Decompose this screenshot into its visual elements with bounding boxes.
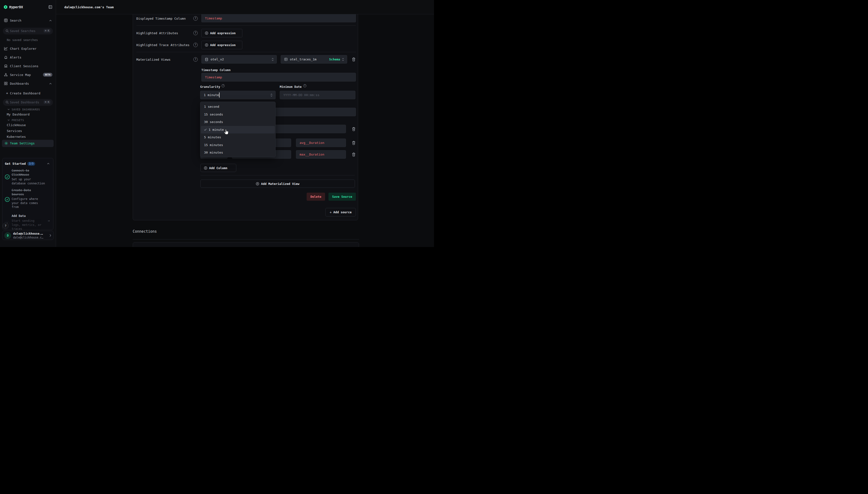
minimum-date-input[interactable]: YYYY-MM-DD HH:mm:ss	[280, 91, 355, 99]
chevron-up-icon[interactable]	[47, 163, 50, 165]
field-label: Highlighted Trace Attributes	[136, 43, 190, 47]
trash-icon[interactable]	[352, 152, 355, 157]
trash-icon[interactable]	[352, 127, 355, 131]
circle-plus-icon	[204, 167, 207, 170]
user-menu[interactable]: D dale@clickhouse.… dale@clickhouse.c…	[2, 231, 54, 240]
delete-button[interactable]: Delete	[307, 193, 325, 201]
option-label: 15 minutes	[204, 143, 223, 147]
schema-link[interactable]: Schema	[329, 57, 344, 61]
add-expression-button[interactable]: Add expression	[201, 41, 242, 49]
mv-view-select[interactable]: otel_v2	[201, 55, 277, 63]
option-label: 30 seconds	[204, 120, 223, 124]
add-column-button[interactable]: Add Column	[200, 164, 236, 172]
get-started-step-title[interactable]: Connect to ClickHouse	[12, 169, 37, 177]
input-value: Timestamp	[205, 17, 222, 20]
sidebar-item-my-dashboard[interactable]: My Dashboard	[7, 113, 30, 116]
sidebar-item-label: Chart Explorer	[10, 47, 37, 51]
trash-icon[interactable]	[352, 57, 355, 62]
add-source-button[interactable]: + Add source	[325, 208, 356, 216]
get-started-step-subtitle: Start sending logs, metrics, or traces	[12, 219, 43, 230]
shortcut-badge: ⌘ K	[44, 100, 51, 104]
divider	[136, 25, 356, 26]
mv-table-select[interactable]: otel_traces_1m Schema	[281, 55, 347, 63]
dropdown-option[interactable]: 30 seconds	[201, 118, 275, 126]
saved-searches-input[interactable]: Saved Searches ⌘ K	[3, 28, 53, 35]
sidebar-item-label: Client Sessions	[10, 64, 38, 68]
displayed-timestamp-input[interactable]: Timestamp	[201, 14, 356, 22]
field-label: Materialized Views	[136, 58, 171, 61]
sidebar-item-search[interactable]	[0, 17, 56, 24]
field-label: Minimum Date	[280, 85, 302, 89]
sidebar-item-alerts[interactable]	[0, 54, 56, 61]
chevron-up-icon	[49, 19, 52, 22]
help-icon[interactable]: ?	[303, 84, 306, 87]
sidebar-item-kubernetes[interactable]: Kubernetes	[7, 135, 26, 138]
divider	[133, 239, 359, 240]
dropdown-option[interactable]: 5 minutes	[201, 133, 275, 141]
gear-icon	[4, 141, 8, 145]
help-icon[interactable]: ?	[221, 84, 225, 87]
option-label: 15 seconds	[204, 113, 223, 116]
chevron-right-icon	[50, 234, 51, 237]
plus-icon: +	[330, 210, 332, 214]
help-icon[interactable]: ?	[193, 43, 198, 47]
field-label: Timestamp Column	[201, 68, 230, 72]
connections-card	[133, 242, 359, 247]
check-circle-icon	[5, 174, 10, 179]
sidebar-item-team-settings[interactable]: Team Settings	[2, 140, 54, 147]
search-icon	[5, 30, 9, 33]
circle-plus-icon	[256, 182, 259, 185]
help-icon[interactable]: ?	[193, 16, 198, 21]
avatar: D	[4, 232, 11, 239]
collapse-sidebar-icon[interactable]	[49, 5, 52, 9]
sidebar-item-clickhouse[interactable]: ClickHouse	[7, 123, 26, 127]
button-label: Add expression	[210, 43, 235, 47]
select-value: otel_traces_1m	[290, 57, 316, 61]
granularity-select[interactable]: 1 minute	[200, 91, 275, 99]
table-icon	[4, 19, 7, 22]
get-started-title: Get Started	[5, 162, 26, 166]
text-caret	[219, 92, 219, 97]
service-map-icon	[4, 73, 7, 76]
shortcut-badge: ⌘ K	[44, 29, 51, 33]
get-started-step-title[interactable]: Add Data	[12, 214, 26, 217]
user-email: dale@clickhouse.c…	[13, 236, 43, 239]
field-label: Displayed Timestamp Column	[136, 17, 186, 20]
beta-badge: BETA	[43, 73, 52, 77]
table-icon	[284, 58, 288, 61]
chevron-down-icon	[7, 119, 10, 121]
arrow-right-icon: →	[48, 219, 50, 223]
mv-timestamp-input[interactable]: Timestamp	[201, 73, 356, 81]
add-expression-button[interactable]: Add expression	[201, 29, 242, 37]
get-started-step-title[interactable]: Create Data Sources	[12, 188, 37, 196]
dropdown-option[interactable]: 30 minutes	[201, 149, 275, 156]
field-label: Granularity	[200, 85, 220, 89]
sidebar-item-services[interactable]: Services	[7, 129, 22, 133]
option-label: 1 second	[204, 105, 219, 109]
button-label: Add Materialized View	[261, 182, 300, 186]
trash-icon[interactable]	[352, 141, 355, 145]
get-started-step-subtitle: Set up your database connection	[12, 177, 46, 185]
add-materialized-view-button[interactable]: Add Materialized View	[200, 179, 355, 188]
team-settings-label: Team Settings	[10, 141, 35, 145]
app-name: HyperDX	[9, 5, 23, 9]
help-button[interactable]: ?	[2, 223, 9, 229]
mv-column-alias-input[interactable]: max__Duration	[296, 150, 346, 159]
help-icon[interactable]: ?	[193, 31, 198, 35]
save-source-button[interactable]: Save Source	[328, 193, 356, 201]
create-dashboard-label: Create Dashboard	[10, 92, 40, 95]
chart-explorer-icon	[4, 47, 7, 50]
dropdown-option[interactable]: 1 second	[201, 103, 275, 111]
dropdown-option[interactable]: 15 seconds	[201, 111, 275, 118]
option-label: 5 minutes	[204, 135, 221, 139]
dropdown-option-selected[interactable]: 1 minute	[201, 126, 275, 134]
help-icon[interactable]: ?	[193, 57, 198, 62]
select-value: otel_v2	[211, 57, 224, 61]
unfold-icon	[270, 93, 273, 97]
mv-column-alias-input[interactable]: avg__Duration	[296, 138, 346, 147]
dashboards-icon	[4, 82, 7, 85]
check-icon	[204, 129, 207, 131]
sidebar-item-label: Dashboards	[10, 82, 29, 86]
dropdown-option[interactable]: 15 minutes	[201, 141, 275, 149]
saved-dashboards-input[interactable]: Saved Dashboards ⌘ K	[3, 99, 53, 106]
